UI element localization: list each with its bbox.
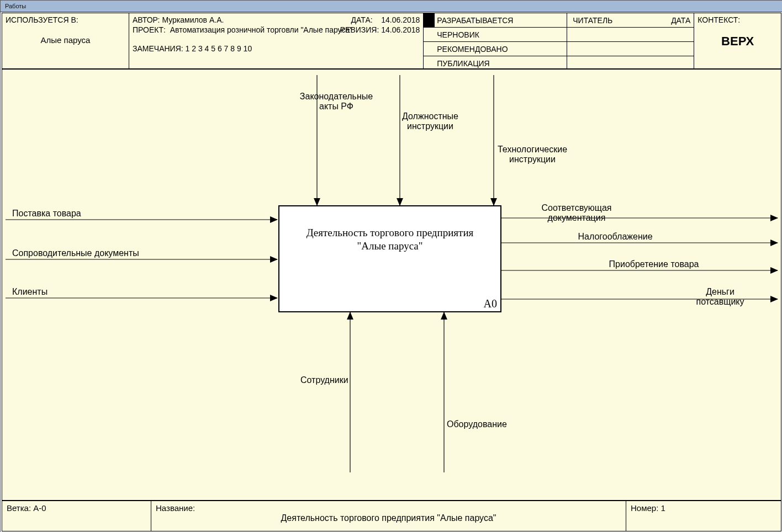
activity-box[interactable]: Деятельность торгового предприятия "Алые… bbox=[278, 205, 501, 312]
revision-value: 14.06.2018 bbox=[381, 25, 420, 34]
status-publication: ПУБЛИКАЦИЯ bbox=[435, 59, 489, 68]
author-value: Муркамилов А.А. bbox=[162, 15, 224, 24]
reader-date-label: ДАТА bbox=[669, 16, 690, 25]
date-value: 14.06.2018 bbox=[381, 15, 420, 24]
output-label-3: Приобретение товара bbox=[609, 259, 699, 269]
idef0-footer: Ветка: A-0 Название: Деятельность торгов… bbox=[2, 500, 781, 531]
remarks-value: 1 2 3 4 5 6 7 8 9 10 bbox=[186, 44, 252, 53]
footer-name-label: Название: bbox=[156, 503, 195, 513]
project-label: ПРОЕКТ: bbox=[133, 25, 166, 34]
date-label: ДАТА: bbox=[351, 15, 373, 24]
activity-title-line1: Деятельность торгового предприятия bbox=[307, 227, 474, 238]
idef0-header: ИСПОЛЬЗУЕТСЯ В: Алые паруса АВТОР: Мурка… bbox=[2, 13, 781, 70]
project-value: Автоматизация розничной торговли "Алые п… bbox=[170, 25, 336, 34]
status-recommended: РЕКОМЕНДОВАНО bbox=[435, 45, 508, 54]
control-label-1: Законодательные акты РФ bbox=[300, 92, 373, 111]
context-value: ВЕРХ bbox=[698, 24, 778, 49]
reader-label: ЧИТАТЕЛЬ bbox=[570, 16, 612, 25]
revision-label: РЕВИЗИЯ: bbox=[340, 25, 379, 34]
input-label-1: Поставка товара bbox=[12, 209, 81, 219]
output-label-4: Деньги потсавщику bbox=[696, 287, 744, 307]
author-label: АВТОР: bbox=[133, 15, 160, 24]
input-label-3: Клиенты bbox=[12, 287, 47, 297]
mechanism-label-2: Оборудование bbox=[447, 419, 507, 429]
branch-value: A-0 bbox=[33, 503, 46, 513]
status-developing: РАЗРАБАТЫВАЕТСЯ bbox=[435, 16, 513, 25]
output-label-1: Соответсвующая документация bbox=[541, 203, 611, 223]
used-in-label: ИСПОЛЬЗУЕТСЯ В: bbox=[6, 15, 125, 24]
control-label-3: Технологические инструкции bbox=[498, 145, 567, 164]
mechanism-label-1: Сотрудники bbox=[300, 375, 348, 385]
remarks-label: ЗАМЕЧАНИЯ: bbox=[133, 44, 183, 53]
diagram-sheet: ИСПОЛЬЗУЕТСЯ В: Алые паруса АВТОР: Мурка… bbox=[2, 13, 781, 531]
footer-number-value: 1 bbox=[661, 503, 665, 513]
tab-label: Работы bbox=[5, 3, 26, 9]
branch-label: Ветка: bbox=[7, 503, 31, 513]
control-label-2: Должностные инструкции bbox=[402, 111, 458, 131]
activity-title-line2: "Алые паруса" bbox=[357, 240, 422, 252]
diagram-canvas[interactable]: Деятельность торгового предприятия "Алые… bbox=[2, 72, 781, 500]
input-label-2: Сопроводительные документы bbox=[12, 248, 139, 258]
output-label-2: Налогооблажение bbox=[578, 232, 652, 242]
titlebar[interactable]: Работы bbox=[1, 1, 782, 12]
status-draft: ЧЕРНОВИК bbox=[435, 30, 479, 39]
footer-name-value: Деятельность торгового предприятия "Алые… bbox=[281, 513, 496, 523]
used-in-value: Алые паруса bbox=[6, 35, 125, 45]
app-window: Работы ИСПОЛЬЗУЕТСЯ В: Алые паруса АВТОР… bbox=[0, 0, 782, 532]
footer-number-label: Номер: bbox=[631, 503, 658, 513]
activity-tag: А0 bbox=[484, 297, 497, 310]
context-label: КОНТЕКСТ: bbox=[698, 15, 778, 24]
